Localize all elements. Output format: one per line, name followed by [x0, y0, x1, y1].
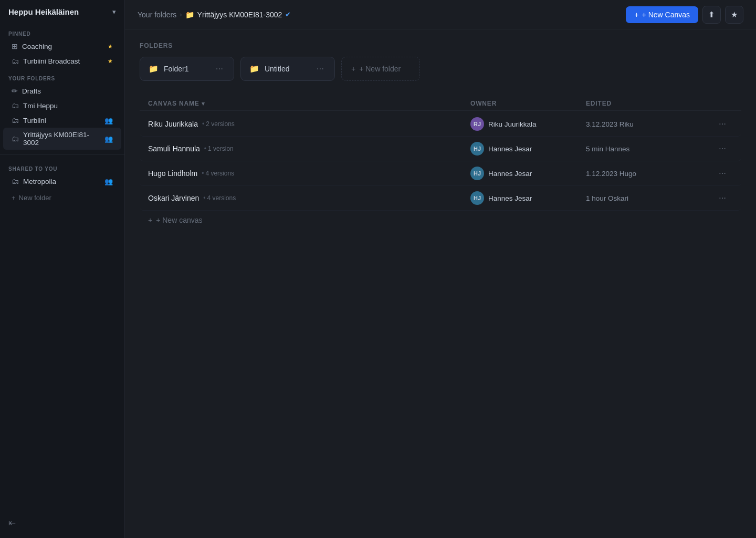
edited-cell: 1.12.2023 Hugo — [586, 170, 712, 178]
star-button[interactable]: ★ — [725, 6, 743, 24]
folder-card-folder1[interactable]: 📁 Folder1 ··· — [140, 57, 234, 81]
version-count: 2 versions — [206, 120, 235, 128]
main-content: Your folders › 📁 Yrittäjyys KM00EI81-300… — [125, 0, 756, 538]
star-icon: ★ — [108, 43, 113, 50]
table-header-canvas-name[interactable]: Canvas name ▾ — [148, 100, 470, 107]
version-count: 4 versions — [205, 170, 234, 177]
pinned-section-label: PINNED — [0, 24, 124, 39]
export-icon: ⬆ — [708, 10, 715, 19]
row-more-button[interactable]: ··· — [712, 142, 733, 156]
folder-icon: 📁 — [149, 64, 159, 74]
folder-icon: 📁 — [185, 11, 194, 19]
folder-card-name: Untitled — [265, 65, 309, 73]
pencil-icon: ✏ — [12, 87, 18, 95]
topbar-actions: + + New Canvas ⬆ ★ — [626, 6, 743, 24]
shared-section-label: SHARED TO YOU — [0, 159, 124, 174]
grid-icon: ⊞ — [12, 42, 18, 50]
version-badge: • 4 versions — [203, 194, 236, 202]
sidebar-item-coaching[interactable]: ⊞ Coaching ★ — [3, 39, 121, 54]
edited-cell: 5 min Hannes — [586, 145, 712, 153]
canvas-name-cell: Hugo Lindholm • 4 versions — [148, 169, 470, 178]
sort-icon: ▾ — [202, 100, 205, 107]
canvas-title: Samuli Hannula — [148, 144, 200, 153]
row-more-button[interactable]: ··· — [712, 191, 733, 205]
row-more-button[interactable]: ··· — [712, 167, 733, 180]
sidebar-item-label: Metropolia — [23, 178, 100, 185]
sidebar: Heppu Heikäläinen ▾ PINNED ⊞ Coaching ★ … — [0, 0, 125, 538]
folder-cards: 📁 Folder1 ··· 📁 Untitled ··· + + New fol… — [140, 57, 741, 81]
breadcrumb-home[interactable]: Your folders — [138, 11, 176, 19]
new-folder-button[interactable]: + + New folder — [341, 57, 420, 81]
sidebar-item-metropolia[interactable]: 🗂 Metropolia 👥 — [3, 174, 121, 189]
avatar: HJ — [470, 167, 484, 180]
owner-name: Riku Juurikkala — [488, 120, 537, 128]
dot: • — [203, 194, 205, 202]
table-header-actions — [712, 100, 733, 107]
table-row[interactable]: Riku Juurikkala • 2 versions RJ Riku Juu… — [140, 112, 741, 137]
owner-name: Hannes Jesar — [488, 194, 532, 202]
sidebar-item-drafts[interactable]: ✏ Drafts — [3, 84, 121, 98]
user-name: Heppu Heikäläinen — [8, 7, 108, 16]
avatar-initials: HJ — [474, 170, 481, 177]
owner-cell: HJ Hannes Jesar — [470, 191, 586, 205]
owner-cell: HJ Hannes Jesar — [470, 167, 586, 180]
avatar-initials: HJ — [474, 146, 481, 152]
breadcrumb-folder-name: Yrittäjyys KM00EI81-3002 — [197, 11, 282, 19]
content-area: Folders 📁 Folder1 ··· 📁 Untitled ··· + +… — [125, 29, 756, 538]
edited-cell: 3.12.2023 Riku — [586, 120, 712, 128]
table-row[interactable]: Samuli Hannula • 1 version HJ Hannes Jes… — [140, 137, 741, 161]
folder-card-more-button[interactable]: ··· — [314, 63, 326, 75]
folders-section-label: Folders — [140, 42, 741, 49]
breadcrumb-current-folder: 📁 Yrittäjyys KM00EI81-3002 ✔ — [185, 11, 291, 19]
sidebar-item-yrittajyys[interactable]: 🗂 Yrittäjyys KM00EI81-3002 👥 — [3, 128, 121, 150]
people-icon: 👥 — [104, 117, 113, 125]
new-folder-sidebar-button[interactable]: + New folder — [0, 191, 124, 205]
canvas-name-cell: Oskari Järvinen • 4 versions — [148, 194, 470, 202]
dot: • — [204, 145, 206, 152]
your-folders-label: YOUR FOLDERS — [0, 68, 124, 84]
folder-icon: 📁 — [249, 64, 259, 74]
avatar: RJ — [470, 117, 484, 131]
table-row[interactable]: Hugo Lindholm • 4 versions HJ Hannes Jes… — [140, 161, 741, 186]
dot: • — [202, 120, 204, 128]
table-body: Riku Juurikkala • 2 versions RJ Riku Juu… — [140, 112, 741, 211]
owner-cell: RJ Riku Juurikkala — [470, 117, 586, 131]
divider — [0, 154, 124, 154]
folder-icon: 🗂 — [12, 134, 19, 143]
canvas-name-cell: Riku Juurikkala • 2 versions — [148, 120, 470, 128]
sidebar-item-turbiini-broadcast[interactable]: 🗂 Turbiini Broadcast ★ — [3, 54, 121, 68]
table-header: Canvas name ▾ Owner Edited — [140, 97, 741, 111]
sidebar-item-tmi-heppu[interactable]: 🗂 Tmi Heppu — [3, 98, 121, 113]
sidebar-item-label: Turbiini — [23, 117, 100, 125]
breadcrumb-separator: › — [180, 11, 182, 18]
sidebar-item-turbiini[interactable]: 🗂 Turbiini 👥 — [3, 113, 121, 128]
version-badge: • 4 versions — [202, 170, 234, 177]
table-header-owner: Owner — [470, 100, 586, 107]
canvas-title: Hugo Lindholm — [148, 169, 197, 178]
sidebar-item-label: Tmi Heppu — [23, 102, 113, 110]
collapse-sidebar-button[interactable]: ⇤ — [0, 514, 124, 532]
sidebar-item-label: Yrittäjyys KM00EI81-3002 — [23, 131, 100, 147]
canvas-title: Oskari Järvinen — [148, 194, 199, 202]
version-badge: • 2 versions — [202, 120, 235, 128]
avatar-initials: RJ — [474, 121, 481, 127]
new-canvas-row-button[interactable]: + + New canvas — [140, 211, 741, 230]
table-header-edited: Edited — [586, 100, 712, 107]
people-icon: 👥 — [104, 178, 113, 185]
avatar: HJ — [470, 142, 484, 156]
export-button[interactable]: ⬆ — [702, 6, 721, 24]
folder-icon: 🗂 — [12, 177, 19, 185]
avatar: HJ — [470, 191, 484, 205]
star-icon: ★ — [108, 58, 113, 65]
new-canvas-button[interactable]: + + New Canvas — [626, 6, 698, 23]
folder-card-more-button[interactable]: ··· — [214, 63, 225, 75]
folder-card-untitled[interactable]: 📁 Untitled ··· — [240, 57, 335, 81]
user-menu[interactable]: Heppu Heikäläinen ▾ — [0, 0, 124, 24]
table-row[interactable]: Oskari Järvinen • 4 versions HJ Hannes J… — [140, 186, 741, 211]
folder-icon: 🗂 — [12, 101, 19, 110]
canvas-title: Riku Juurikkala — [148, 120, 198, 128]
avatar-initials: HJ — [474, 195, 481, 201]
topbar: Your folders › 📁 Yrittäjyys KM00EI81-300… — [125, 0, 756, 29]
new-folder-label: + New folder — [359, 65, 401, 73]
row-more-button[interactable]: ··· — [712, 117, 733, 131]
